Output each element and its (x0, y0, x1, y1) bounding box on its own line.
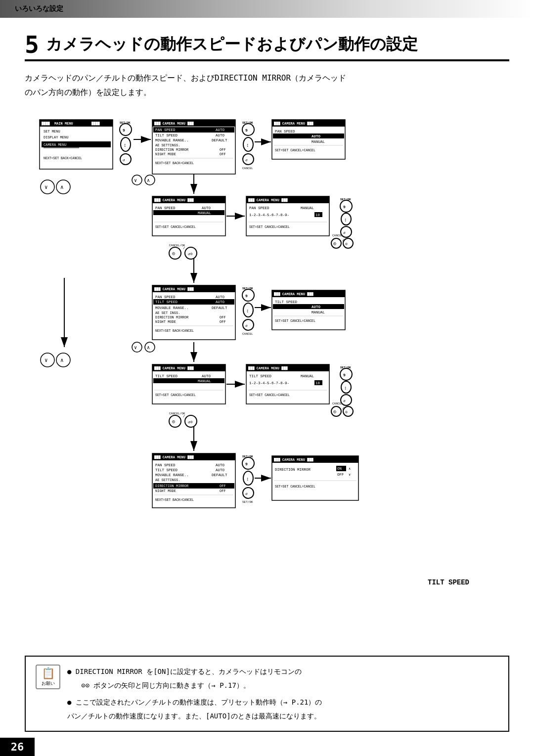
note-icon-symbol: 📋 (42, 667, 55, 679)
camera-menu-tilt-manual-values: ███ CAMERA MENU ███ TILT SPEED MANUAL 1-… (246, 364, 329, 404)
svg-rect-145 (153, 378, 224, 383)
page-number: 26 (0, 738, 35, 756)
note-item-1: ● DIRECTION MIRROR を[ON]に設定すると、カメラヘッドはリモ… (67, 665, 322, 692)
header-text: いろいろな設定 (15, 4, 63, 13)
cancel-ok-1: CANCEL/OK ⊙ / ↺⊙ (169, 244, 197, 259)
svg-text:/: / (183, 414, 185, 418)
svg-text:████: ████ (91, 122, 100, 126)
svg-point-13 (120, 124, 132, 135)
svg-text:AE SET INGS.: AE SET INGS. (155, 311, 180, 315)
camera-menu-pan-speed-2: ███ CAMERA MENU ███ PAN SPEED AUTO MANUA… (152, 196, 225, 236)
svg-text:███  CAMERA MENU  ███: ███ CAMERA MENU ███ (154, 122, 194, 126)
tilt-speed-label: TILT SPEED (428, 578, 469, 586)
svg-text:TILT SPEED: TILT SPEED (155, 374, 178, 378)
svg-text:DIRECTION MIRROR: DIRECTION MIRROR (155, 315, 189, 319)
svg-text:DIRECTION MIRROR: DIRECTION MIRROR (155, 148, 189, 152)
svg-text:NEXT=SET  BACK=CANCEL: NEXT=SET BACK=CANCEL (44, 157, 82, 160)
svg-text:TILT SPEED: TILT SPEED (155, 468, 178, 472)
svg-text:↕: ↕ (124, 143, 127, 148)
svg-text:OFF: OFF (337, 473, 344, 477)
svg-text:CAMERA MENU: CAMERA MENU (44, 143, 66, 147)
svg-text:AUTO: AUTO (312, 305, 321, 309)
svg-text:CANCEL: CANCEL (242, 332, 253, 336)
svg-text:MANUAL: MANUAL (198, 211, 212, 215)
svg-text:AUTO: AUTO (216, 463, 225, 467)
svg-text:OFF: OFF (220, 484, 226, 488)
svg-text:∨: ∨ (44, 184, 48, 190)
svg-text:↕: ↕ (344, 218, 347, 223)
svg-text:∧: ∧ (147, 345, 150, 351)
svg-text:███  CAMERA MENU  ███: ███ CAMERA MENU ███ (154, 287, 194, 291)
svg-point-90 (343, 238, 353, 248)
svg-text:⊙: ⊙ (172, 419, 175, 425)
svg-text:↺⊙: ↺⊙ (188, 252, 193, 256)
svg-text:SET=SET  CANCEL=CANCEL: SET=SET CANCEL=CANCEL (275, 319, 315, 323)
svg-text:PAN  SPEED: PAN SPEED (275, 130, 295, 133)
svg-text:TILT SPEED: TILT SPEED (155, 133, 178, 137)
svg-text:SET=SET  CANCEL=CANCEL: SET=SET CANCEL=CANCEL (155, 394, 196, 397)
svg-text:OFF: OFF (220, 152, 226, 156)
svg-text:SET=SET  CANCEL=CANCEL: SET=SET CANCEL=CANCEL (249, 394, 290, 397)
svg-text:███  CAMERA MENU  ███: ███ CAMERA MENU ███ (248, 366, 288, 370)
svg-rect-65 (153, 210, 224, 215)
svg-text:ON: ON (337, 467, 342, 471)
note-box: 📋 お願い ● DIRECTION MIRROR を[ON]に設定すると、カメラ… (25, 656, 509, 732)
desc-line-2: のパン方向の動作）を設定します。 (25, 86, 509, 100)
svg-text:███  CAMERA MENU  ███: ███ CAMERA MENU ███ (274, 458, 314, 462)
svg-text:MANUAL: MANUAL (198, 379, 212, 383)
left-controller-tilt: ∨ ∧ (41, 353, 70, 367)
svg-text:AUTO: AUTO (202, 206, 211, 210)
description: カメラヘッドのパン／チルトの動作スピード、およびDIRECTION MIRROR… (25, 71, 509, 100)
svg-text:AE SETTINGS.: AE SETTINGS. (155, 143, 180, 147)
svg-text:OFF: OFF (220, 315, 226, 319)
svg-text:↺: ↺ (245, 491, 248, 496)
camera-menu-tilt-hl: ███ CAMERA MENU ███ PAN SPEED AUTO TILT … (152, 285, 235, 340)
tilt-right-controller: SET/OK 9 ↕ ↺ (340, 366, 352, 405)
svg-rect-50 (273, 133, 344, 138)
svg-point-198 (242, 457, 254, 469)
svg-text:⊙: ⊙ (333, 409, 336, 415)
svg-text:↺: ↺ (343, 230, 346, 235)
svg-text:∧: ∧ (60, 184, 64, 190)
svg-rect-1 (40, 120, 113, 127)
camera-menu-direction-onoff: ███ CAMERA MENU ███ DIRECTION MIRROR ON … (272, 456, 358, 500)
svg-text:9: 9 (343, 373, 346, 377)
svg-text:OFF: OFF (220, 489, 226, 493)
camera-menu-tilt-auto-manual: ███ CAMERA MENU ███ TILT SPEED AUTO MANU… (272, 290, 345, 330)
section-number: 5 (25, 33, 39, 56)
svg-text:SET=SET  CANCEL=CANCEL: SET=SET CANCEL=CANCEL (249, 225, 290, 229)
svg-text:AUTO: AUTO (216, 300, 225, 304)
svg-text:███  CAMERA MENU  ███: ███ CAMERA MENU ███ (154, 455, 194, 459)
svg-text:SET/OK: SET/OK (242, 500, 253, 504)
svg-text:███  CAMERA MENU  ███: ███ CAMERA MENU ███ (154, 198, 194, 202)
section-title: カメラヘッドの動作スピードおよびパン動作の設定 (46, 34, 418, 55)
svg-text:∨: ∨ (44, 357, 48, 363)
svg-text:9: 9 (123, 128, 125, 133)
svg-text:MANUAL: MANUAL (312, 140, 325, 144)
svg-text:███  CAMERA MENU  ███: ███ CAMERA MENU ███ (248, 198, 288, 202)
svg-text:10: 10 (315, 213, 320, 217)
svg-text:PAN  SPEED: PAN SPEED (155, 206, 176, 210)
svg-text:PAN  SPEED: PAN SPEED (249, 206, 269, 210)
svg-text:███  CAMERA MENU  ███: ███ CAMERA MENU ███ (274, 292, 314, 296)
svg-point-97 (341, 226, 352, 237)
svg-text:10: 10 (315, 381, 320, 385)
svg-text:PAN  SPEED: PAN SPEED (155, 295, 176, 299)
svg-text:███  CAMERA MENU  ███: ███ CAMERA MENU ███ (154, 366, 194, 370)
svg-text:↕: ↕ (246, 143, 249, 148)
svg-text:SET MENU: SET MENU (44, 130, 60, 133)
svg-text:AE SETTINGS.: AE SETTINGS. (155, 478, 180, 482)
svg-text:⊙: ⊙ (333, 241, 336, 247)
svg-text:↕: ↕ (246, 477, 249, 482)
svg-text:TILT SPEED: TILT SPEED (249, 374, 272, 378)
camera-menu-pan-manual-values: ███ CAMERA MENU ███ PAN SPEED MANUAL 1-2… (246, 196, 329, 236)
svg-text:AUTO: AUTO (216, 468, 225, 472)
note-icon-label: お願い (42, 680, 55, 687)
svg-text:DEFAULT: DEFAULT (212, 306, 227, 310)
note-text: ● DIRECTION MIRROR を[ON]に設定すると、カメラヘッドはリモ… (67, 665, 322, 723)
svg-point-170 (343, 406, 353, 416)
svg-point-93 (340, 200, 352, 212)
svg-text:SET=SET  CANCEL=CANCEL: SET=SET CANCEL=CANCEL (275, 149, 315, 152)
main-menu-controller: SET/OK 9 ↕ ↺ (120, 121, 132, 165)
svg-point-202 (243, 488, 254, 498)
